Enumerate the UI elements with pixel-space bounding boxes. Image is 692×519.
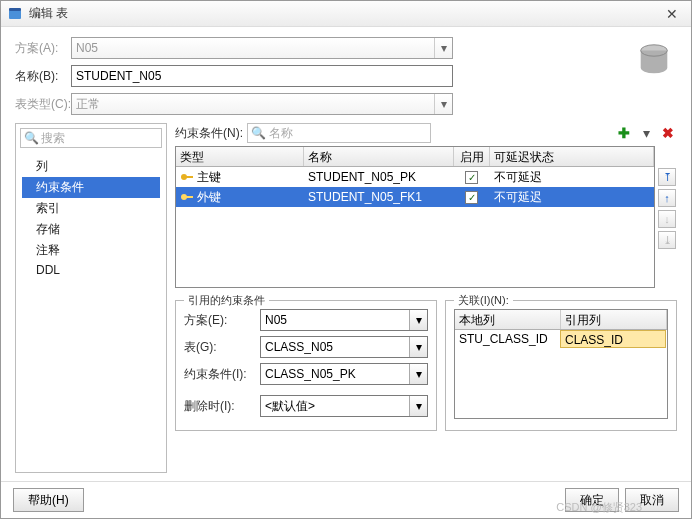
main-row: 🔍 搜索 列 约束条件 索引 存储 注释 DDL 约束条件(N): 🔍 (15, 123, 677, 473)
constraints-grid: 类型 名称 启用 可延迟状态 主键 STUDENT_N05_PK ✓ 不可延迟 (175, 146, 655, 288)
assoc-header: 本地列 引用列 (455, 310, 667, 330)
tree-item-constraints[interactable]: 约束条件 (22, 177, 160, 198)
assoc-row[interactable]: STU_CLASS_ID CLASS_ID (455, 330, 667, 350)
constraints-toolbar: 约束条件(N): 🔍 名称 ✚ ▾ ✖ (175, 123, 677, 143)
svg-rect-1 (9, 8, 21, 11)
help-button[interactable]: 帮助(H) (13, 488, 84, 512)
name-label: 名称(B): (15, 68, 71, 85)
category-tree: 列 约束条件 索引 存储 注释 DDL (20, 152, 162, 283)
col-type: 类型 (176, 147, 304, 166)
dialog-window: 编辑 表 ✕ 方案(A): N05 ▾ 名称(B): 表类型(C): 正常 ▾ (0, 0, 692, 519)
col-enable: 启用 (454, 147, 490, 166)
chevron-down-icon: ▾ (409, 396, 427, 416)
referenced-constraint-group: 引用的约束条件 方案(E): N05▾ 表(G): CLASS_N05▾ 约束条… (175, 300, 437, 431)
tree-item-ddl[interactable]: DDL (22, 261, 160, 279)
local-col-value: STU_CLASS_ID (455, 330, 559, 350)
detail-row: 引用的约束条件 方案(E): N05▾ 表(G): CLASS_N05▾ 约束条… (175, 300, 677, 431)
schema-value: N05 (76, 41, 98, 55)
move-top-button[interactable]: ⤒ (658, 168, 676, 186)
grid-row-pk[interactable]: 主键 STUDENT_N05_PK ✓ 不可延迟 (176, 167, 654, 187)
dialog-content: 方案(A): N05 ▾ 名称(B): 表类型(C): 正常 ▾ 🔍 搜索 (1, 27, 691, 481)
title-bar: 编辑 表 ✕ (1, 1, 691, 27)
right-pane: 约束条件(N): 🔍 名称 ✚ ▾ ✖ 类型 名称 (175, 123, 677, 473)
ok-button[interactable]: 确定 (565, 488, 619, 512)
constraints-search-placeholder: 名称 (269, 125, 293, 142)
tree-item-storage[interactable]: 存储 (22, 219, 160, 240)
ref-table-combo[interactable]: CLASS_N05▾ (260, 336, 428, 358)
reorder-buttons: ⤒ ↑ ↓ ⤓ (657, 146, 677, 288)
search-icon: 🔍 (251, 126, 266, 140)
ref-legend: 引用的约束条件 (184, 293, 269, 308)
chevron-down-icon: ▾ (409, 310, 427, 330)
chevron-down-icon: ▾ (409, 337, 427, 357)
ondelete-label: 删除时(I): (184, 398, 260, 415)
window-title: 编辑 表 (29, 5, 659, 22)
tabletype-row: 表类型(C): 正常 ▾ (15, 93, 677, 115)
constraints-label: 约束条件(N): (175, 125, 243, 142)
col-local: 本地列 (455, 310, 561, 329)
schema-combo: N05 ▾ (71, 37, 453, 59)
schema-label: 方案(A): (15, 40, 71, 57)
search-icon: 🔍 (24, 131, 38, 145)
tree-search[interactable]: 🔍 搜索 (20, 128, 162, 148)
chevron-down-icon: ▾ (434, 38, 452, 58)
tree-item-comments[interactable]: 注释 (22, 240, 160, 261)
constraints-search[interactable]: 🔍 名称 (247, 123, 431, 143)
tabletype-label: 表类型(C): (15, 96, 71, 113)
tree-item-indexes[interactable]: 索引 (22, 198, 160, 219)
name-row: 名称(B): (15, 65, 677, 87)
category-tree-pane: 🔍 搜索 列 约束条件 索引 存储 注释 DDL (15, 123, 167, 473)
app-icon (7, 6, 23, 22)
database-icon (635, 41, 673, 79)
ref-constr-combo[interactable]: CLASS_N05_PK▾ (260, 363, 428, 385)
tree-item-columns[interactable]: 列 (22, 156, 160, 177)
ref-col-value[interactable]: CLASS_ID (560, 330, 666, 348)
association-grid: 本地列 引用列 STU_CLASS_ID CLASS_ID (454, 309, 668, 419)
col-defer: 可延迟状态 (490, 147, 654, 166)
primary-key-icon (180, 170, 194, 184)
ondelete-combo[interactable]: <默认值>▾ (260, 395, 428, 417)
ref-constr-label: 约束条件(I): (184, 366, 260, 383)
col-ref: 引用列 (561, 310, 667, 329)
enable-checkbox[interactable]: ✓ (465, 171, 478, 184)
tabletype-combo: 正常 ▾ (71, 93, 453, 115)
grid-header: 类型 名称 启用 可延迟状态 (176, 147, 654, 167)
remove-button[interactable]: ✖ (659, 124, 677, 142)
button-bar: 帮助(H) 确定 取消 CSDN @修贤323 (1, 481, 691, 518)
grid-row-fk[interactable]: 外键 STUDENT_N05_FK1 ✓ 不可延迟 (176, 187, 654, 207)
move-down-button[interactable]: ↓ (658, 210, 676, 228)
enable-checkbox[interactable]: ✓ (465, 191, 478, 204)
close-button[interactable]: ✕ (659, 6, 685, 22)
svg-rect-0 (9, 10, 21, 19)
chevron-down-icon: ▾ (409, 364, 427, 384)
svg-rect-5 (186, 176, 193, 178)
constraints-grid-wrap: 类型 名称 启用 可延迟状态 主键 STUDENT_N05_PK ✓ 不可延迟 (175, 146, 677, 288)
dropdown-icon[interactable]: ▾ (637, 124, 655, 142)
col-name: 名称 (304, 147, 454, 166)
rel-legend: 关联(I)(N): (454, 293, 513, 308)
ref-schema-combo[interactable]: N05▾ (260, 309, 428, 331)
search-placeholder: 搜索 (41, 130, 65, 147)
name-input[interactable] (71, 65, 453, 87)
move-bottom-button[interactable]: ⤓ (658, 231, 676, 249)
ref-schema-label: 方案(E): (184, 312, 260, 329)
foreign-key-icon (180, 190, 194, 204)
tabletype-value: 正常 (76, 96, 100, 113)
schema-row: 方案(A): N05 ▾ (15, 37, 677, 59)
cancel-button[interactable]: 取消 (625, 488, 679, 512)
svg-rect-7 (186, 196, 193, 198)
ref-table-label: 表(G): (184, 339, 260, 356)
move-up-button[interactable]: ↑ (658, 189, 676, 207)
association-group: 关联(I)(N): 本地列 引用列 STU_CLASS_ID CLASS_ID (445, 300, 677, 431)
add-button[interactable]: ✚ (615, 124, 633, 142)
chevron-down-icon: ▾ (434, 94, 452, 114)
